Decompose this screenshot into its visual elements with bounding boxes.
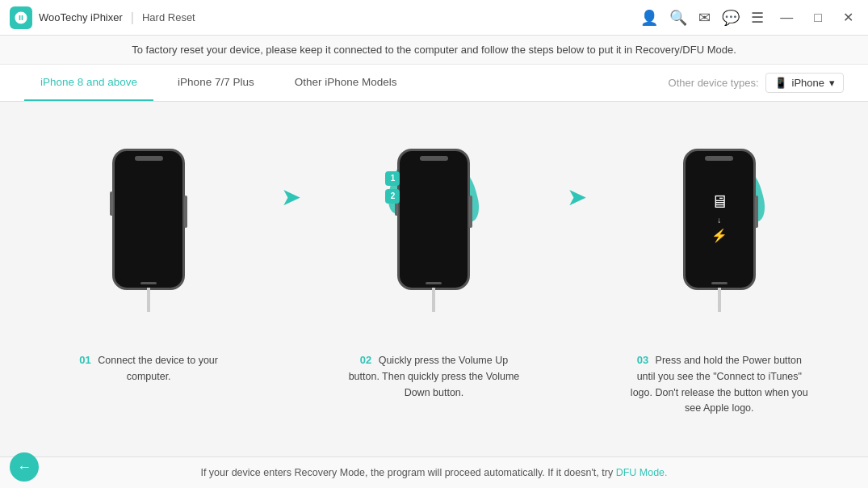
- chevron-down-icon: ▾: [829, 77, 835, 89]
- device-selector: Other device types: 📱 iPhone ▾: [669, 73, 844, 93]
- phone-home-3: [711, 282, 728, 284]
- side-button-right-3: [755, 196, 758, 228]
- phone-cable-3: [718, 288, 721, 312]
- steps-area: 01 Connect the device to your computer. …: [0, 102, 868, 424]
- menu-icon[interactable]: ☰: [751, 9, 764, 27]
- phone-notch-3: [705, 156, 733, 161]
- chat-icon[interactable]: 💬: [722, 9, 740, 27]
- connect-arrow-icon: ↓: [717, 216, 721, 225]
- phone-notch: [135, 156, 163, 161]
- info-text: To factory reset your device, please kee…: [132, 44, 736, 56]
- phone-home: [140, 282, 157, 284]
- phone-screen: [117, 161, 180, 279]
- step2-illustration: 1 2: [397, 118, 470, 320]
- volume-badges: 1 2: [385, 171, 400, 204]
- step2-desc: 02 Quickly press the Volume Up button. T…: [345, 352, 522, 400]
- phone-screen-3: 🖥 ↓ ⚡: [688, 161, 751, 279]
- step1-illustration: [112, 118, 185, 320]
- phone-icon: 📱: [774, 77, 787, 89]
- close-button[interactable]: ✕: [838, 8, 858, 27]
- step1-text: Connect the device to your computer.: [98, 355, 218, 382]
- step-3: 🖥 ↓ ⚡ 03 Press and hold the Power button…: [603, 118, 836, 416]
- step3-number: 03: [637, 354, 648, 366]
- step2-number: 02: [360, 354, 371, 366]
- step3-illustration: 🖥 ↓ ⚡: [683, 118, 756, 320]
- account-icon[interactable]: 👤: [640, 9, 658, 27]
- app-subtitle: Hard Reset: [142, 11, 195, 23]
- step3-desc: 03 Press and hold the Power button until…: [631, 352, 808, 416]
- tab-iphone8[interactable]: iPhone 8 and above: [24, 65, 153, 101]
- device-selector-label: Other device types:: [669, 77, 759, 89]
- back-button[interactable]: ←: [10, 452, 39, 482]
- laptop-icon: 🖥: [711, 191, 728, 212]
- cable-icon: ⚡: [711, 228, 728, 243]
- arrow-1: ➤: [281, 183, 301, 211]
- maximize-button[interactable]: □: [809, 9, 827, 27]
- dfu-mode-link[interactable]: DFU Mode.: [616, 467, 668, 478]
- step-2: 1 2 02 Quickly press the Volume Up butto…: [317, 118, 550, 400]
- step2-text: Quickly press the Volume Up button. Then…: [349, 355, 520, 398]
- phone-cable: [147, 288, 150, 312]
- arrow-2: ➤: [567, 183, 587, 211]
- arrow-left-icon: ←: [17, 459, 31, 476]
- side-button-right-2: [469, 196, 472, 228]
- tab-iphone7[interactable]: iPhone 7/7 Plus: [161, 65, 270, 101]
- itunes-screen: 🖥 ↓ ⚡: [711, 191, 728, 243]
- badge-2: 2: [385, 189, 400, 204]
- title-separator: |: [131, 11, 134, 25]
- badge-1: 1: [385, 171, 400, 186]
- step3-text: Press and hold the Power button until yo…: [631, 355, 808, 414]
- search-icon[interactable]: 🔍: [669, 9, 687, 27]
- step1-number: 01: [79, 354, 90, 366]
- bottom-bar: If your device enters Recovery Mode, the…: [0, 456, 868, 488]
- logo-icon: [14, 11, 28, 25]
- phone-notch-2: [420, 156, 448, 161]
- phone-screen-2: [402, 161, 465, 279]
- titlebar: WooTechy iPhixer | Hard Reset 👤 🔍 ✉ 💬 ☰ …: [0, 0, 868, 36]
- app-logo: [10, 6, 32, 29]
- phone-home-2: [426, 282, 442, 284]
- info-bar: To factory reset your device, please kee…: [0, 36, 868, 65]
- phone-cable-2: [432, 288, 435, 312]
- tabs-bar: iPhone 8 and above iPhone 7/7 Plus Other…: [0, 65, 868, 102]
- bottombar-text: If your device enters Recovery Mode, the…: [200, 467, 613, 478]
- mail-icon[interactable]: ✉: [698, 9, 711, 27]
- tab-other-iphone[interactable]: Other iPhone Models: [279, 65, 413, 101]
- window-controls: 👤 🔍 ✉ 💬 ☰ — □ ✕: [640, 8, 858, 27]
- minimize-button[interactable]: —: [775, 9, 798, 27]
- step1-desc: 01 Connect the device to your computer.: [60, 352, 237, 385]
- step1-phone: [112, 149, 185, 290]
- step-1: 01 Connect the device to your computer.: [32, 118, 265, 385]
- device-selected: iPhone: [792, 77, 824, 89]
- step2-phone: 1 2: [397, 149, 470, 290]
- app-title: WooTechy iPhixer: [39, 11, 123, 23]
- side-button-left: [110, 191, 113, 216]
- device-type-dropdown[interactable]: 📱 iPhone ▾: [765, 73, 844, 93]
- step3-phone: 🖥 ↓ ⚡: [683, 149, 756, 290]
- side-button-right: [184, 196, 187, 228]
